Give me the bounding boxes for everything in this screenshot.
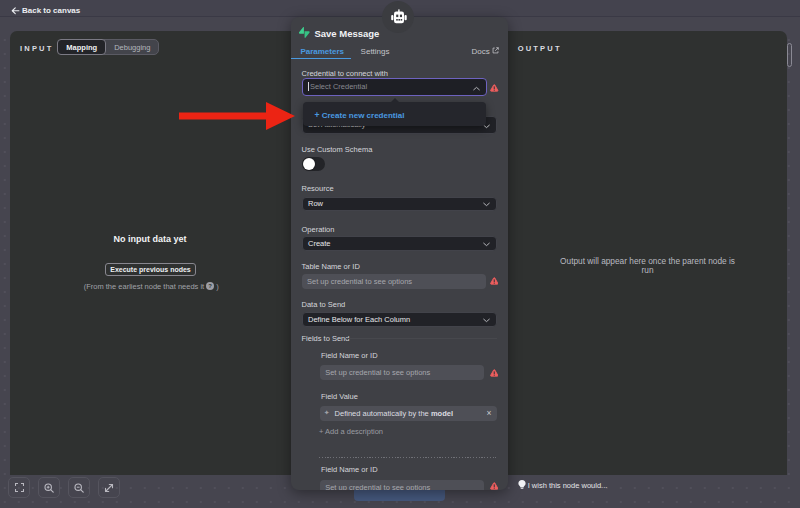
svg-text:?: ? [208,283,212,289]
